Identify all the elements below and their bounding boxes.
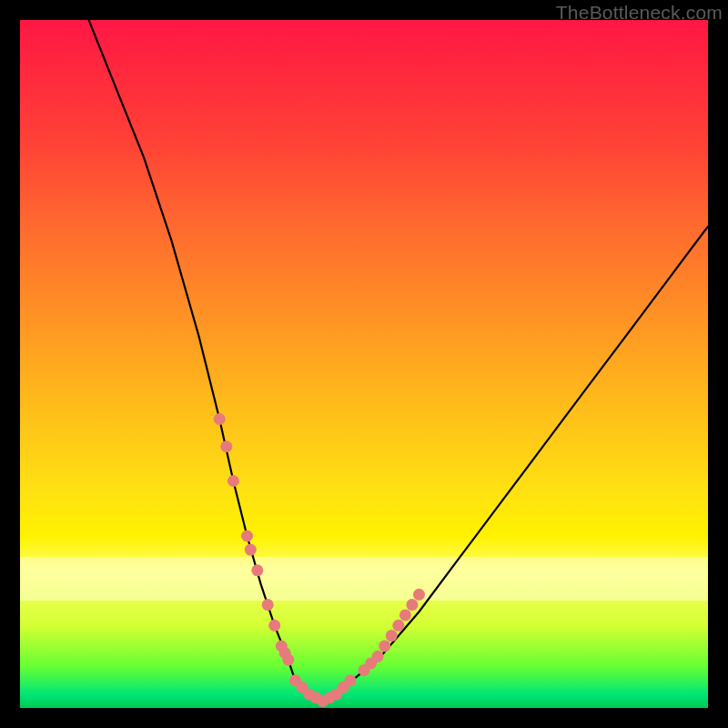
gradient-background [20, 20, 708, 708]
chart-frame [20, 20, 708, 708]
watermark-text: TheBottleneck.com [556, 2, 723, 24]
pale-band [20, 557, 708, 601]
